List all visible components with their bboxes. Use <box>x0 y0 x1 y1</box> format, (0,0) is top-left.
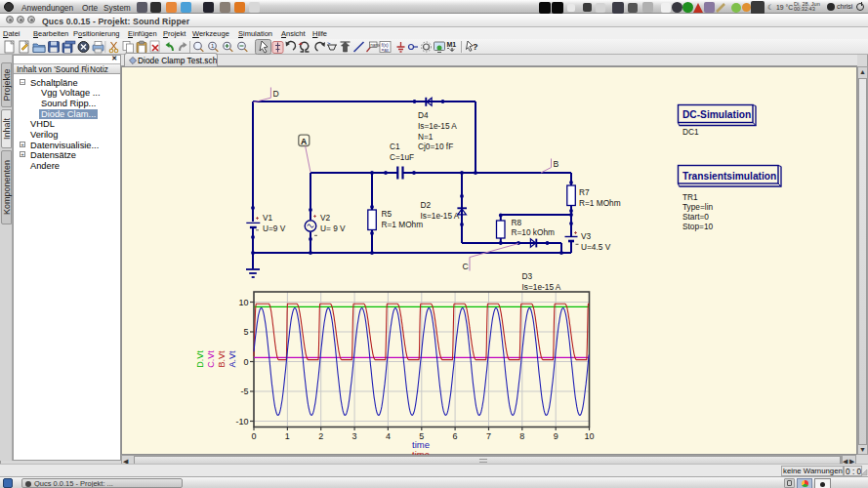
svg-text:?: ? <box>473 42 478 52</box>
svg-text:M1: M1 <box>447 41 457 48</box>
svg-text:=ax: =ax <box>382 48 390 53</box>
